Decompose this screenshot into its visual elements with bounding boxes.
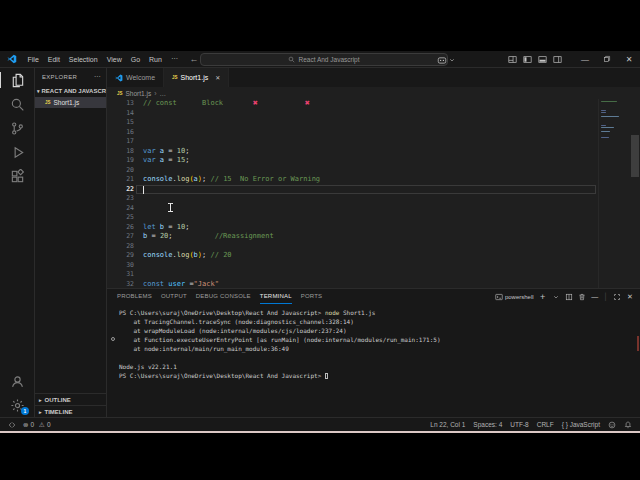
line-number: 27	[107, 232, 134, 242]
close-button[interactable]: ✕	[618, 55, 640, 64]
tab-label: Welcome	[126, 74, 155, 81]
close-icon[interactable]: ✕	[215, 74, 220, 81]
text-caret	[143, 186, 144, 194]
panel-tab-terminal[interactable]: TERMINAL	[260, 289, 292, 304]
remote-icon[interactable]	[8, 421, 16, 429]
line-content: var a = 15;	[134, 156, 189, 166]
panel-tab-debug-console[interactable]: DEBUG CONSOLE	[196, 289, 251, 304]
line-content: var a = 10;	[134, 147, 189, 157]
activity-run-debug[interactable]	[0, 140, 34, 164]
activity-source-control[interactable]	[0, 116, 34, 140]
command-center-search[interactable]: React And Javascript	[200, 53, 448, 66]
terminal-output[interactable]: PS C:\Users\suraj\OneDrive\Desktop\React…	[107, 304, 640, 417]
code-line-30: 30	[107, 261, 598, 271]
code-lines: 13// const Block ✖ ✖1415161718var a = 10…	[107, 99, 598, 288]
status-item-ln-22-col-1[interactable]: Ln 22, Col 1	[430, 421, 465, 428]
code-line-21: 21console.log(a); // 15 No Error or Warn…	[107, 175, 598, 185]
activity-accounts[interactable]	[0, 369, 34, 393]
sidebar-section-timeline[interactable]: ▸TIMELINE	[35, 405, 106, 417]
code-editor[interactable]: 13// const Block ✖ ✖1415161718var a = 10…	[107, 99, 640, 288]
line-content: const user ="Jack"	[134, 280, 219, 289]
terminal-line: at wrapModuleLoad (node:internal/modules…	[119, 326, 640, 335]
status-item-crlf[interactable]: CRLF	[537, 421, 554, 428]
tab-welcome[interactable]: Welcome	[107, 68, 164, 87]
close-panel-button[interactable]: ✕	[626, 293, 634, 301]
activity-extensions[interactable]	[0, 164, 34, 188]
line-content	[134, 270, 143, 280]
activity-bar: 1	[0, 68, 35, 417]
source-control-icon	[10, 121, 25, 136]
status-item-utf-8[interactable]: UTF-8	[510, 421, 528, 428]
toggle-sidebar-icon[interactable]	[523, 55, 532, 64]
breadcrumb-symbol[interactable]: …	[160, 90, 167, 97]
notifications-bell-icon[interactable]	[624, 421, 632, 429]
terminal-line: at TracingChannel.traceSync (node:diagno…	[119, 317, 640, 326]
activity-search[interactable]	[0, 92, 34, 116]
maximize-panel-icon[interactable]	[613, 293, 621, 301]
customize-layout-icon[interactable]	[508, 55, 517, 64]
sidebar-title: EXPLORER	[42, 74, 77, 80]
panel-tab-ports[interactable]: PORTS	[301, 289, 323, 304]
code-line-14: 14	[107, 109, 598, 119]
menu-edit[interactable]: Edit	[43, 56, 64, 63]
line-number: 32	[107, 280, 134, 289]
menu-selection[interactable]: Selection	[64, 56, 102, 63]
back-arrow-button[interactable]: ←	[189, 54, 198, 64]
activity-settings[interactable]: 1	[0, 393, 34, 417]
editor-scrollbar[interactable]	[630, 99, 640, 288]
chevron-down-icon[interactable]	[448, 56, 456, 64]
separator: │	[604, 293, 608, 300]
line-number: 13	[107, 99, 134, 109]
panel-tab-output[interactable]: OUTPUT	[161, 289, 187, 304]
line-number: 25	[107, 213, 134, 223]
extensions-icon	[10, 169, 25, 184]
copilot-icon[interactable]	[437, 55, 447, 65]
menu-file[interactable]: File	[23, 56, 43, 63]
status-item--javascript[interactable]: { } JavaScript	[562, 421, 600, 428]
breadcrumb-file[interactable]: Short1.js	[126, 90, 152, 97]
minimap[interactable]	[598, 99, 630, 288]
feedback-smiley-icon[interactable]	[608, 421, 616, 429]
restore-button[interactable]	[596, 55, 618, 65]
toggle-secondary-sidebar-icon[interactable]	[553, 55, 562, 64]
sidebar-section-root[interactable]: ▾ REACT AND JAVASCRIPT	[35, 85, 106, 97]
menu-go[interactable]: Go	[126, 56, 144, 63]
problems-status[interactable]: ⊗0⚠0	[23, 421, 51, 429]
code-line-26: 26let b = 10;	[107, 223, 598, 233]
menu-more[interactable]: ⋯	[166, 55, 182, 63]
menu-run[interactable]: Run	[145, 56, 167, 63]
panel-tab-problems[interactable]: PROBLEMS	[117, 289, 152, 304]
breadcrumb-separator: ›	[154, 90, 156, 97]
menu-view[interactable]: View	[102, 56, 126, 63]
code-line-22: 22	[107, 185, 598, 195]
toggle-panel-icon[interactable]	[538, 55, 547, 64]
new-terminal-button[interactable]: +	[539, 293, 547, 301]
terminal-dropdown-chevron-icon[interactable]	[552, 293, 560, 301]
scrollbar-thumb[interactable]	[631, 135, 639, 177]
breadcrumb[interactable]: JS Short1.js › …	[107, 87, 640, 99]
shell-label[interactable]: powershell	[505, 294, 534, 300]
code-line-23: 23	[107, 194, 598, 204]
status-item-spaces-4[interactable]: Spaces: 4	[473, 421, 502, 428]
hide-panel-button[interactable]: —	[591, 293, 599, 301]
activity-explorer[interactable]	[0, 68, 34, 92]
menu-bar: FileEditSelectionViewGoRun⋯	[23, 55, 182, 63]
code-line-31: 31	[107, 270, 598, 280]
file-item-short1.js[interactable]: JSShort1.js	[35, 97, 106, 108]
line-content	[134, 194, 143, 204]
sidebar-section-outline[interactable]: ▸OUTLINE	[35, 393, 106, 405]
terminal-line: at node:internal/main/run_main_module:36…	[119, 344, 640, 353]
terminal-scroll-decoration	[637, 336, 639, 351]
sidebar-more-actions[interactable]: ⋯	[94, 73, 101, 81]
line-number: 19	[107, 156, 134, 166]
terminal-line: PS C:\Users\suraj\OneDrive\Desktop\React…	[119, 371, 640, 380]
file-name: Short1.js	[54, 99, 80, 106]
tab-short1-js[interactable]: JSShort1.js✕	[164, 68, 229, 87]
split-terminal-icon[interactable]	[565, 293, 573, 301]
code-line-16: 16	[107, 128, 598, 138]
sidebar-header: EXPLORER ⋯	[35, 68, 106, 85]
editor-tab-bar: WelcomeJSShort1.js✕	[107, 68, 640, 87]
minimize-button[interactable]: —	[574, 55, 596, 64]
line-content: // const Block ✖ ✖	[134, 99, 310, 109]
kill-terminal-icon[interactable]	[578, 293, 586, 301]
